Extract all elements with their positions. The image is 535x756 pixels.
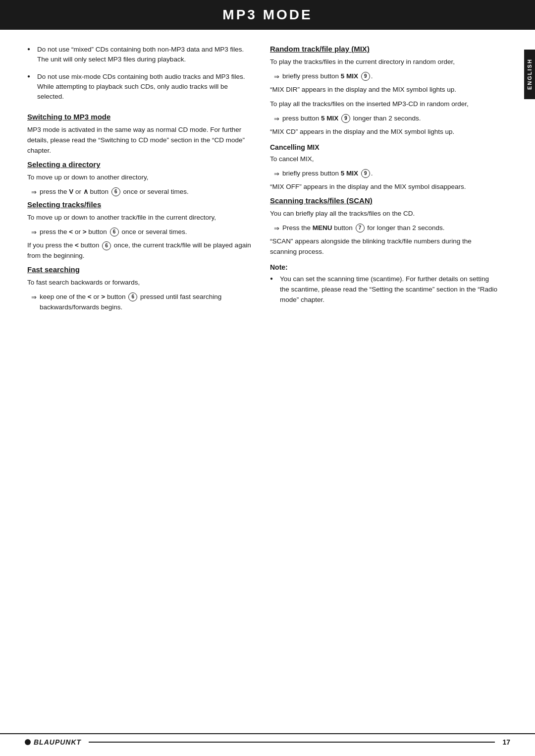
arrow-icon: ⇒ [274,114,279,124]
page-footer: BLAUPUNKT 17 [0,733,535,746]
language-label: ENGLISH [527,59,533,90]
arrow-icon: ⇒ [274,224,279,233]
section-random-track: Random track/file play (MIX) To play the… [270,45,498,192]
intro-bullets: Do not use “mixed” CDs containing both n… [27,45,255,102]
selecting-tracks-intro: To move up or down to another track/file… [27,213,255,223]
instruction-text: Press the MENU button 7 for longer than … [282,223,444,233]
footer-divider [89,742,495,743]
language-tab: ENGLISH [524,50,535,99]
button-circled-7: 7 [356,224,365,233]
cancelling-mix-intro: To cancel MIX, [270,154,498,165]
section-selecting-tracks: Selecting tracks/files To move up or dow… [27,200,255,261]
arrow-icon: ⇒ [31,292,37,302]
note-text: You can set the scanning time (scantime)… [280,275,497,303]
note-item: You can set the scanning time (scantime)… [270,274,498,305]
section-selecting-directory: Selecting a directory To move up or down… [27,160,255,197]
page-title: MP3 MODE [222,7,312,22]
instruction-line: ⇒ keep one of the < or > button 6 presse… [27,292,255,313]
instruction-line: ⇒ Press the MENU button 7 for longer tha… [270,223,498,233]
mix-cd-text: “MIX CD” appears in the display and the … [270,127,498,137]
switching-mp3-text: MP3 mode is activated in the same way as… [27,125,255,156]
instruction-text: keep one of the < or > button 6 pressed … [40,292,255,313]
instruction-text: press the < or > button 6 once or severa… [40,227,187,237]
sub-heading-cancelling-mix: Cancelling MIX [270,143,498,151]
instruction-text: briefly press button 5 MIX 9. [282,71,373,82]
scanning-intro: You can briefly play all the tracks/file… [270,209,498,219]
fast-searching-intro: To fast search backwards or forwards, [27,278,255,288]
section-switching-mp3: Switching to MP3 mode MP3 mode is activa… [27,113,255,156]
section-heading-selecting-directory: Selecting a directory [27,160,255,169]
instruction-text: press the V or ∧ button 6 once or severa… [40,187,189,197]
instruction-line: ⇒ briefly press button 5 MIX 9. [270,71,498,82]
note-heading: Note: [270,263,498,271]
button-circled-6: 6 [110,228,119,236]
section-note: Note: You can set the scanning time (sca… [270,263,498,305]
arrow-icon: ⇒ [31,187,37,197]
section-scanning-tracks: Scanning tracks/files (SCAN) You can bri… [270,196,498,305]
selecting-directory-intro: To move up or down to another directory, [27,173,255,183]
left-column: Do not use “mixed” CDs containing both n… [27,45,255,316]
selecting-tracks-extra: If you press the < button 6 once, the cu… [27,240,255,261]
mix-dir-text: “MIX DIR” appears in the display and the… [270,85,498,95]
section-heading-fast-searching: Fast searching [27,265,255,274]
logo-dot [25,739,31,745]
button-circled-6: 6 [102,241,111,250]
mix-off-text: “MIX OFF” appears in the display and the… [270,182,498,192]
section-cancelling-mix: Cancelling MIX To cancel MIX, ⇒ briefly … [270,143,498,192]
random-track-all-intro: To play all the tracks/files on the inse… [270,99,498,110]
button-circled-9: 9 [361,72,370,81]
arrow-icon: ⇒ [274,72,279,82]
instruction-text: briefly press button 5 MIX 9. [282,169,373,179]
content-area: Do not use “mixed” CDs containing both n… [0,30,535,331]
scan-text: “SCAN” appears alongside the blinking tr… [270,236,498,257]
instruction-line: ⇒ press button 5 MIX 9 longer than 2 sec… [270,114,498,124]
bullet-text: Do not use mix-mode CDs containing both … [37,73,245,101]
button-circled-6: 6 [111,187,120,196]
section-fast-searching: Fast searching To fast search backwards … [27,265,255,313]
logo-text: BLAUPUNKT [34,738,81,746]
bullet-text: Do not use “mixed” CDs containing both n… [37,46,244,63]
arrow-icon: ⇒ [274,169,279,179]
section-heading-selecting-tracks: Selecting tracks/files [27,200,255,209]
page-header: MP3 MODE [0,0,535,30]
button-circled-6: 6 [128,292,137,301]
random-track-intro: To play the tracks/files in the current … [270,57,498,67]
bullet-item: Do not use “mixed” CDs containing both n… [27,45,255,65]
page: MP3 MODE ENGLISH Do not use “mixed” CDs … [0,0,535,756]
instruction-text: press button 5 MIX 9 longer than 2 secon… [282,114,421,124]
button-circled-9: 9 [341,114,350,123]
note-bullets: You can set the scanning time (scantime)… [270,274,498,305]
section-heading-switching-mp3: Switching to MP3 mode [27,113,255,121]
brand-logo: BLAUPUNKT [25,738,81,746]
bullet-item: Do not use mix-mode CDs containing both … [27,72,255,102]
instruction-line: ⇒ press the < or > button 6 once or seve… [27,227,255,237]
arrow-icon: ⇒ [31,228,37,237]
section-heading-scanning-tracks: Scanning tracks/files (SCAN) [270,196,498,205]
page-number: 17 [502,738,510,746]
instruction-line: ⇒ press the V or ∧ button 6 once or seve… [27,187,255,197]
instruction-line: ⇒ briefly press button 5 MIX 9. [270,169,498,179]
button-circled-9: 9 [361,169,370,178]
right-column: Random track/file play (MIX) To play the… [270,45,498,316]
section-heading-random-track: Random track/file play (MIX) [270,45,498,53]
